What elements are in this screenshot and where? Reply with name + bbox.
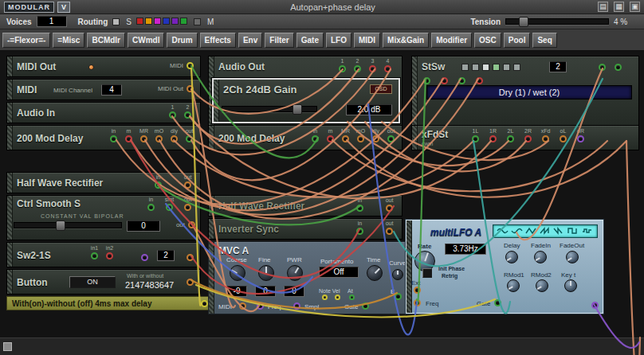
port-m[interactable] (327, 135, 334, 142)
gain-value[interactable]: 2.0 dB (346, 104, 392, 115)
tab-env[interactable]: Env (238, 33, 262, 48)
port-at[interactable] (349, 295, 355, 300)
sine-wave-icon[interactable] (497, 227, 509, 236)
square-wave-icon[interactable] (567, 227, 579, 236)
port-1[interactable] (169, 111, 176, 119)
scrollbar-thumb[interactable] (3, 342, 12, 351)
sine2-wave-icon[interactable] (511, 227, 523, 236)
drag-handle[interactable] (209, 219, 214, 239)
port-out[interactable] (387, 135, 395, 142)
port-2[interactable] (184, 111, 191, 119)
drag-handle[interactable] (7, 173, 13, 193)
port-m[interactable] (125, 135, 132, 142)
fine-value[interactable]: 0 (255, 286, 276, 297)
stsw-toggle[interactable] (503, 64, 510, 71)
drag-handle[interactable] (7, 243, 13, 267)
voices-value[interactable]: 1 (37, 16, 67, 27)
portamento-value[interactable]: Off (319, 267, 359, 278)
port-out[interactable] (187, 254, 194, 261)
horizontal-scrollbar[interactable] (0, 337, 644, 355)
sw2-value[interactable]: 2 (157, 250, 175, 261)
delay-knob[interactable] (505, 251, 518, 263)
port-freq[interactable] (414, 299, 421, 306)
stsw-toggle[interactable] (461, 64, 469, 71)
coarse-knob[interactable] (230, 265, 245, 281)
routing-color-icon[interactable] (171, 18, 179, 25)
port-midi[interactable] (239, 302, 246, 310)
routing-color-icon[interactable] (163, 18, 170, 25)
window-icon[interactable]: ▣ (630, 2, 640, 12)
port-MR[interactable] (342, 135, 349, 142)
port-4[interactable] (384, 65, 391, 72)
port-out[interactable] (184, 204, 191, 211)
port-MR[interactable] (140, 135, 147, 142)
port-in[interactable] (356, 228, 363, 235)
coarse-value[interactable]: -9 (226, 286, 247, 297)
port-out[interactable] (188, 221, 195, 228)
port-out[interactable] (187, 279, 194, 286)
tab-lfo[interactable]: LFO (326, 33, 351, 48)
tab-bcmdlr[interactable]: BCMdlr (87, 33, 125, 48)
routing-box2-icon[interactable] (194, 18, 201, 25)
time-knob[interactable] (367, 265, 383, 281)
drag-handle[interactable] (7, 57, 13, 76)
rate-value[interactable]: 3.73Hz (445, 244, 486, 255)
port-gate[interactable] (362, 302, 369, 310)
port-midi-out[interactable] (187, 85, 194, 92)
rmod2-knob[interactable] (536, 279, 548, 292)
port-in[interactable] (312, 135, 319, 142)
port-stsw-in3[interactable] (458, 77, 465, 84)
waveform-selector[interactable] (493, 224, 598, 238)
on-button[interactable]: ON (69, 276, 116, 288)
smooth-slider[interactable] (14, 222, 122, 228)
routing-color-icon[interactable] (154, 18, 161, 25)
routing-box-icon[interactable] (112, 18, 120, 25)
grid-icon[interactable]: ▦ (614, 2, 624, 12)
routing-color-icon[interactable] (136, 18, 143, 25)
drag-handle[interactable] (209, 126, 214, 150)
port-in[interactable] (356, 205, 363, 212)
tab-gate[interactable]: Gate (296, 33, 324, 48)
port-in[interactable] (147, 204, 155, 211)
port-out[interactable] (186, 135, 193, 142)
tab-mix-gain[interactable]: Mix&Gain (383, 33, 429, 48)
pwr-knob[interactable] (287, 265, 303, 281)
ramp-wave-icon[interactable] (553, 227, 565, 236)
port-1[interactable] (339, 65, 346, 72)
retrig-button[interactable] (422, 268, 432, 278)
port-in1[interactable] (91, 252, 98, 259)
port-sel[interactable] (141, 254, 148, 261)
triangle-wave-icon[interactable] (525, 227, 537, 236)
port-ext[interactable] (414, 287, 421, 294)
smooth-slider-handle[interactable] (56, 220, 65, 231)
port-3[interactable] (369, 65, 376, 72)
drag-handle[interactable] (209, 196, 214, 216)
port-smt[interactable] (166, 204, 173, 211)
gain-slider-handle[interactable] (293, 104, 302, 115)
drag-handle[interactable] (412, 57, 418, 125)
port-in2[interactable] (106, 252, 113, 259)
port-out[interactable] (184, 181, 191, 189)
fadein-knob[interactable] (534, 251, 547, 263)
port-stsw-2[interactable] (615, 64, 622, 71)
curves-knob[interactable] (392, 269, 403, 280)
gain-slider[interactable] (222, 106, 317, 112)
port-note[interactable] (201, 300, 208, 307)
port-smpl[interactable] (293, 302, 300, 310)
port-1L[interactable] (472, 135, 479, 142)
port-gate[interactable] (494, 299, 501, 306)
fine-knob[interactable] (258, 265, 274, 281)
port-2R[interactable] (524, 135, 532, 142)
drag-handle[interactable] (7, 103, 13, 123)
port-stsw-1[interactable] (599, 64, 606, 71)
port-dly[interactable] (372, 135, 379, 142)
rmod1-knob[interactable] (507, 279, 520, 292)
port-e[interactable] (395, 293, 402, 300)
port-1R[interactable] (489, 135, 497, 142)
port-freq[interactable] (257, 302, 264, 310)
port-oL[interactable] (560, 135, 567, 142)
tab-midi[interactable]: MIDI (354, 33, 380, 48)
drag-handle[interactable] (7, 270, 13, 294)
port-out[interactable] (386, 228, 393, 235)
patch-cable[interactable] (626, 141, 640, 355)
